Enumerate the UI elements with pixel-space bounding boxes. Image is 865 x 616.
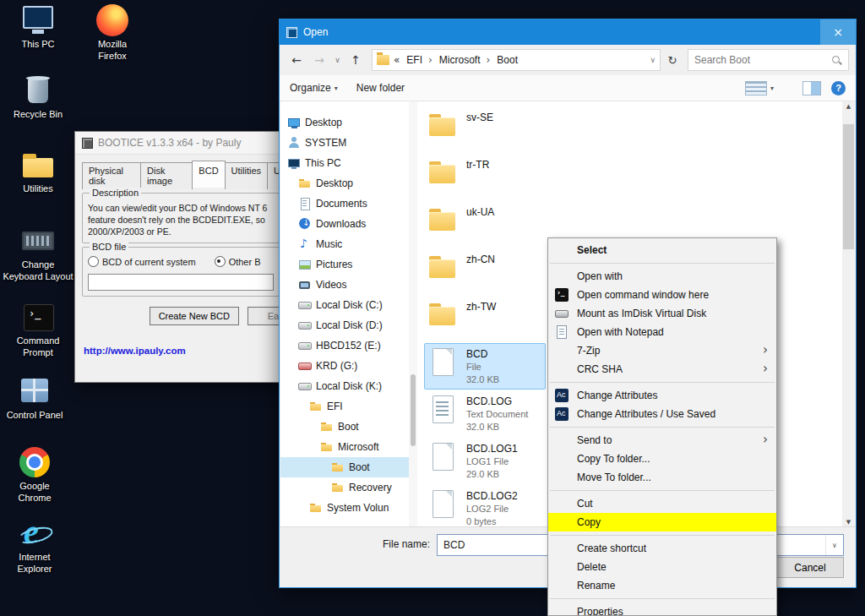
- context-menu-item[interactable]: Open with ›: [548, 267, 776, 286]
- desktop-icon[interactable]: Recycle Bin: [8, 74, 68, 121]
- context-menu-item[interactable]: CRC SHA ›: [548, 360, 776, 379]
- desktop-icon[interactable]: Google Chrome: [5, 446, 64, 504]
- recent-locations-dropdown-icon[interactable]: ∨: [332, 56, 343, 64]
- back-button[interactable]: ←: [286, 53, 307, 67]
- preview-pane-button[interactable]: [802, 81, 821, 95]
- tree-item[interactable]: EFI: [280, 396, 409, 417]
- close-button[interactable]: ×: [820, 19, 856, 45]
- context-menu-item[interactable]: Change Attributes ›: [548, 386, 776, 405]
- context-menu-item[interactable]: ›: [548, 532, 776, 539]
- context-menu-item[interactable]: Delete ›: [548, 558, 776, 576]
- tree-item[interactable]: HBCD152 (E:): [280, 335, 409, 356]
- radio-bcd-of-current-system[interactable]: BCD of current system: [88, 256, 196, 267]
- context-menu-item[interactable]: 7-Zip ›: [548, 341, 776, 360]
- change-view-button[interactable]: ▾: [745, 81, 774, 95]
- context-menu-item[interactable]: Copy To folder... ›: [548, 450, 776, 468]
- dialog-titlebar[interactable]: Open ×: [280, 19, 856, 45]
- context-menu-item[interactable]: Properties ›: [548, 602, 776, 616]
- context-menu-item[interactable]: Create shortcut ›: [548, 539, 776, 558]
- tree-item[interactable]: Downloads: [280, 214, 409, 234]
- scrollbar-thumb[interactable]: [843, 124, 854, 249]
- context-menu-item[interactable]: Rename ›: [548, 576, 776, 595]
- tree-item[interactable]: Pictures: [280, 254, 409, 275]
- context-menu-item[interactable]: Cut ›: [548, 494, 776, 513]
- file-item[interactable]: sv-SE: [424, 106, 546, 145]
- create-new-bcd-button[interactable]: Create New BCD: [150, 307, 239, 325]
- bootice-tab[interactable]: Utilities: [225, 162, 268, 189]
- file-row[interactable]: sv-SE: [424, 106, 842, 154]
- bootice-tab[interactable]: Physical disk: [82, 162, 141, 189]
- file-item[interactable]: uk-UA: [424, 201, 546, 240]
- breadcrumb-bar[interactable]: « EFI› Microsoft› Boot› ∨: [372, 49, 661, 71]
- context-menu-item[interactable]: Open command window here ›: [548, 286, 776, 304]
- refresh-button[interactable]: ↻: [663, 54, 682, 67]
- context-menu-item[interactable]: Mount as ImDisk Virtual Disk ›: [548, 304, 776, 323]
- radio-other-bcd-file[interactable]: Other B: [215, 256, 261, 267]
- context-menu-item[interactable]: ›: [548, 259, 776, 267]
- help-button[interactable]: ?: [831, 81, 846, 95]
- context-menu-item[interactable]: ›: [548, 595, 776, 602]
- scrollbar-track[interactable]: [842, 111, 855, 518]
- search-box[interactable]: Search Boot: [688, 49, 849, 71]
- organize-menu[interactable]: Organize▾: [290, 82, 338, 94]
- context-menu-item[interactable]: Move To folder... ›: [548, 468, 776, 487]
- tree-item[interactable]: SYSTEM: [280, 133, 409, 153]
- tree-item[interactable]: System Volun: [280, 498, 409, 518]
- desktop-icon[interactable]: Internet Explorer: [5, 517, 64, 575]
- breadcrumb-overflow-icon[interactable]: «: [394, 54, 400, 66]
- file-row[interactable]: tr-TR: [424, 154, 842, 201]
- breadcrumb-dropdown-icon[interactable]: ∨: [650, 56, 656, 64]
- file-item[interactable]: BCD File 32.0 KB: [424, 343, 546, 390]
- tree-item[interactable]: Microsoft: [280, 437, 409, 457]
- breadcrumb-segment[interactable]: EFI›: [405, 54, 437, 66]
- tree-item[interactable]: Boot: [280, 457, 409, 477]
- context-menu-item[interactable]: Select ›: [548, 241, 776, 259]
- tree-item[interactable]: Local Disk (K:): [280, 376, 409, 396]
- scroll-down-icon[interactable]: ▼: [846, 518, 851, 526]
- tree-scrollbar-thumb[interactable]: [411, 374, 416, 447]
- new-folder-button[interactable]: New folder: [356, 82, 405, 94]
- file-item[interactable]: zh-TW: [424, 296, 546, 335]
- file-name-dropdown-icon[interactable]: ∨: [825, 535, 843, 555]
- desktop-icon[interactable]: Change Keyboard Layout: [2, 225, 74, 283]
- file-item[interactable]: BCD.LOG Text Document 32.0 KB: [424, 390, 546, 437]
- breadcrumb-segment[interactable]: Microsoft›: [438, 54, 496, 66]
- tree-item[interactable]: KRD (G:): [280, 356, 409, 376]
- context-menu-item[interactable]: ›: [548, 423, 776, 431]
- forward-button[interactable]: →: [309, 53, 329, 67]
- tree-item[interactable]: Local Disk (D:): [280, 315, 409, 335]
- desktop-icon[interactable]: Utilities: [8, 149, 68, 195]
- tree-item[interactable]: Documents: [280, 194, 409, 214]
- breadcrumb-segment[interactable]: Boot›: [495, 54, 520, 66]
- tree-item[interactable]: Videos: [280, 275, 409, 295]
- scroll-up-icon[interactable]: ▲: [846, 102, 851, 111]
- tree-item[interactable]: Desktop: [280, 173, 409, 194]
- file-item[interactable]: tr-TR: [424, 154, 546, 193]
- desktop-icon[interactable]: This PC: [8, 4, 68, 51]
- search-icon[interactable]: [831, 55, 842, 66]
- cancel-button[interactable]: Cancel: [776, 557, 844, 578]
- ipauly-link[interactable]: http://www.ipauly.com: [84, 346, 278, 356]
- context-menu-item[interactable]: Change Attributes / Use Saved ›: [548, 405, 776, 423]
- desktop-icon[interactable]: Control Panel: [5, 375, 64, 422]
- tree-item[interactable]: Music: [280, 234, 409, 254]
- tree-item[interactable]: Boot: [280, 417, 409, 437]
- desktop[interactable]: This PC Mozilla Firefox Recycle Bin Util…: [0, 0, 865, 616]
- bootice-tab[interactable]: BCD: [192, 161, 225, 188]
- context-menu-item[interactable]: Open with Notepad ›: [548, 323, 776, 341]
- context-menu-item[interactable]: Send to ›: [548, 431, 776, 450]
- tree-item[interactable]: Desktop: [280, 112, 409, 133]
- up-button[interactable]: ↑: [345, 53, 366, 67]
- desktop-icon[interactable]: Command Prompt: [8, 301, 68, 359]
- file-item[interactable]: BCD.LOG2 LOG2 File 0 bytes: [424, 485, 546, 527]
- file-item[interactable]: zh-CN: [424, 248, 546, 287]
- tree-item[interactable]: Local Disk (C:): [280, 295, 409, 315]
- desktop-icon[interactable]: Mozilla Firefox: [83, 4, 142, 63]
- context-menu-item[interactable]: Copy ›: [548, 513, 776, 532]
- bootice-tab[interactable]: Disk image: [140, 162, 193, 189]
- file-item[interactable]: BCD.LOG1 LOG1 File 29.0 KB: [424, 438, 546, 484]
- tree-item[interactable]: Recovery: [280, 477, 409, 498]
- bootice-titlebar[interactable]: BOOTICE v1.3.3 x64 - by Pauly: [75, 132, 286, 155]
- tree-item[interactable]: This PC: [280, 153, 409, 173]
- context-menu-item[interactable]: ›: [548, 487, 776, 494]
